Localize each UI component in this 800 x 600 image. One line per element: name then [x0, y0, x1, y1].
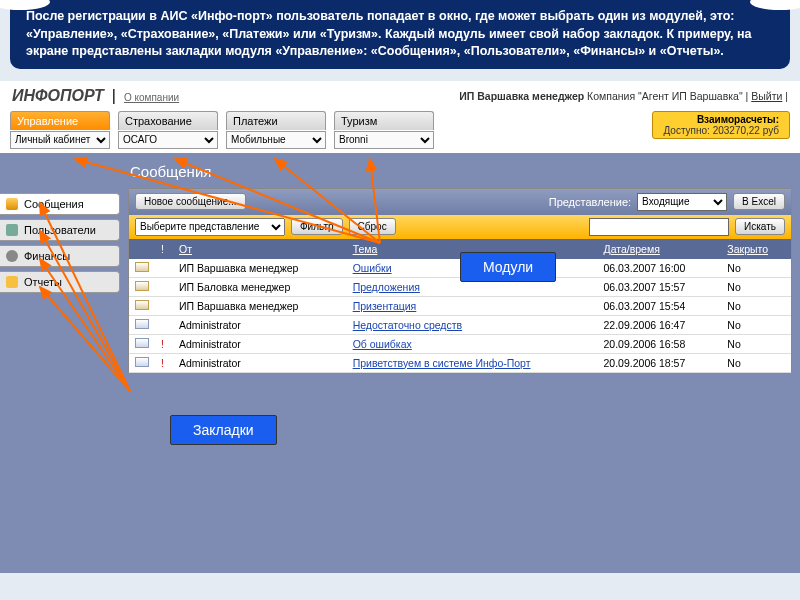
- table-row[interactable]: !AdministratorОб ошибках20.09.2006 16:58…: [129, 334, 791, 353]
- module-select-payments[interactable]: Мобильные: [226, 131, 326, 149]
- envelope-icon: [135, 338, 149, 348]
- cell-subject[interactable]: Об ошибках: [353, 338, 412, 350]
- messages-icon: [6, 198, 18, 210]
- cell-from: Administrator: [173, 353, 347, 372]
- reports-icon: [6, 276, 18, 288]
- search-input[interactable]: [589, 218, 729, 236]
- cell-subject[interactable]: Предложения: [353, 281, 420, 293]
- cell-datetime: 06.03.2007 15:54: [598, 296, 722, 315]
- envelope-icon: [135, 281, 149, 291]
- view-label: Представление:: [549, 196, 631, 208]
- app-area: Сообщения Пользователи Финансы Отчеты Со…: [0, 153, 800, 573]
- table-row[interactable]: AdministratorНедостаточно средств22.09.2…: [129, 315, 791, 334]
- col-icon: [129, 239, 155, 259]
- sidebar-item-label: Финансы: [24, 250, 70, 262]
- cell-closed: No: [721, 334, 791, 353]
- sidebar-item-label: Пользователи: [24, 224, 96, 236]
- filter-view-select[interactable]: Выберите представление: [135, 218, 285, 236]
- flag-icon: !: [161, 339, 164, 350]
- envelope-icon: [135, 357, 149, 367]
- col-subject[interactable]: Тема: [347, 239, 598, 259]
- new-message-button[interactable]: Новое сообщение...: [135, 193, 246, 210]
- cell-closed: No: [721, 277, 791, 296]
- module-tab-management[interactable]: Управление: [10, 111, 110, 130]
- sidebar: Сообщения Пользователи Финансы Отчеты: [0, 153, 120, 573]
- header-bar: ИНФОПОРТ | О компании ИП Варшавка менедж…: [0, 81, 800, 109]
- module-bar: Управление Личный кабинет Страхование ОС…: [0, 109, 800, 153]
- module-tab-payments[interactable]: Платежи: [226, 111, 326, 130]
- sidebar-item-users[interactable]: Пользователи: [0, 219, 120, 241]
- search-button[interactable]: Искать: [735, 218, 785, 235]
- finance-icon: [6, 250, 18, 262]
- module-select-management[interactable]: Личный кабинет: [10, 131, 110, 149]
- sidebar-item-messages[interactable]: Сообщения: [0, 193, 120, 215]
- balance-title: Взаиморасчеты:: [663, 114, 779, 125]
- panel-toolbar: Новое сообщение... Представление: Входящ…: [129, 189, 791, 215]
- balance-amount: Доступно: 203270,22 руб: [663, 125, 779, 136]
- sidebar-item-reports[interactable]: Отчеты: [0, 271, 120, 293]
- sidebar-item-label: Отчеты: [24, 276, 62, 288]
- reset-button[interactable]: Сброс: [349, 218, 396, 235]
- cell-closed: No: [721, 259, 791, 278]
- cell-closed: No: [721, 296, 791, 315]
- cell-subject[interactable]: Недостаточно средств: [353, 319, 463, 331]
- section-title: Сообщения: [128, 157, 792, 188]
- envelope-icon: [135, 300, 149, 310]
- module-select-tourism[interactable]: Bronni: [334, 131, 434, 149]
- envelope-icon: [135, 319, 149, 329]
- col-closed[interactable]: Закрыто: [721, 239, 791, 259]
- cell-from: Administrator: [173, 315, 347, 334]
- cell-from: ИП Варшавка менеджер: [173, 259, 347, 278]
- about-link[interactable]: О компании: [124, 92, 179, 103]
- module-tab-insurance[interactable]: Страхование: [118, 111, 218, 130]
- company-label: Компания: [587, 90, 635, 102]
- messages-table: ! От Тема Дата/время Закрыто ИП Варшавка…: [129, 239, 791, 373]
- table-row[interactable]: ИП Баловка менеджерПредложения06.03.2007…: [129, 277, 791, 296]
- filter-button[interactable]: Фильтр: [291, 218, 343, 235]
- col-from[interactable]: От: [173, 239, 347, 259]
- balance-widget: Взаиморасчеты: Доступно: 203270,22 руб: [652, 111, 790, 139]
- logo-text: ИНФОПОРТ: [12, 87, 104, 105]
- slide-description: После регистрации в АИС «Инфо-порт» поль…: [10, 0, 790, 69]
- col-datetime[interactable]: Дата/время: [598, 239, 722, 259]
- users-icon: [6, 224, 18, 236]
- cell-subject[interactable]: Призентация: [353, 300, 417, 312]
- export-excel-button[interactable]: В Excel: [733, 193, 785, 210]
- envelope-icon: [135, 262, 149, 272]
- cell-from: Administrator: [173, 334, 347, 353]
- logout-link[interactable]: Выйти: [751, 90, 782, 102]
- sidebar-item-finance[interactable]: Финансы: [0, 245, 120, 267]
- cell-subject[interactable]: Ошибки: [353, 262, 392, 274]
- cell-datetime: 22.09.2006 16:47: [598, 315, 722, 334]
- cell-from: ИП Варшавка менеджер: [173, 296, 347, 315]
- flag-icon: !: [161, 358, 164, 369]
- module-select-insurance[interactable]: ОСАГО: [118, 131, 218, 149]
- table-row[interactable]: !AdministratorПриветствуем в системе Инф…: [129, 353, 791, 372]
- messages-panel: Новое сообщение... Представление: Входящ…: [128, 188, 792, 374]
- filter-row: Выберите представление Фильтр Сброс Иска…: [129, 215, 791, 239]
- table-row[interactable]: ИП Варшавка менеджерПризентация06.03.200…: [129, 296, 791, 315]
- content: Сообщения Новое сообщение... Представлен…: [120, 153, 800, 573]
- cell-datetime: 06.03.2007 15:57: [598, 277, 722, 296]
- cell-from: ИП Баловка менеджер: [173, 277, 347, 296]
- table-row[interactable]: ИП Варшавка менеджерОшибки06.03.2007 16:…: [129, 259, 791, 278]
- cell-closed: No: [721, 315, 791, 334]
- cell-subject[interactable]: Приветствуем в системе Инфо-Порт: [353, 357, 531, 369]
- view-select[interactable]: Входящие: [637, 193, 727, 211]
- pipe: |: [112, 87, 116, 105]
- cell-datetime: 06.03.2007 16:00: [598, 259, 722, 278]
- cell-datetime: 20.09.2006 16:58: [598, 334, 722, 353]
- user-info: ИП Варшавка менеджер Компания "Агент ИП …: [459, 90, 788, 102]
- module-tab-tourism[interactable]: Туризм: [334, 111, 434, 130]
- cell-closed: No: [721, 353, 791, 372]
- company-name: "Агент ИП Варшавка": [638, 90, 743, 102]
- col-flag[interactable]: !: [155, 239, 173, 259]
- user-name: ИП Варшавка менеджер: [459, 90, 584, 102]
- cell-datetime: 20.09.2006 18:57: [598, 353, 722, 372]
- sidebar-item-label: Сообщения: [24, 198, 84, 210]
